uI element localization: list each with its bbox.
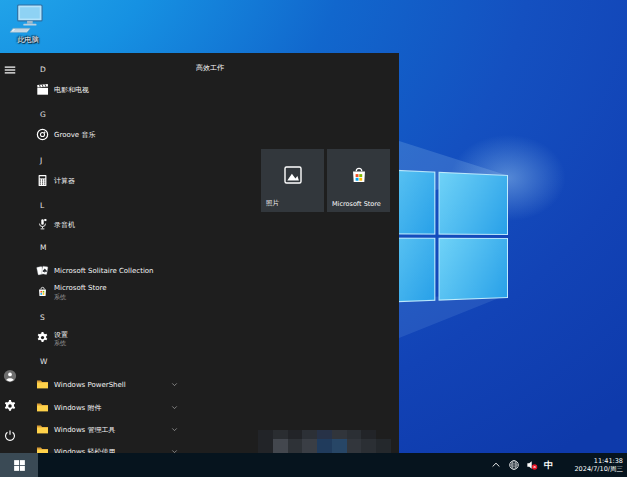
- app-sublabel: 系统: [54, 339, 66, 348]
- section-letter-label: D: [40, 63, 46, 77]
- redaction-block: [317, 430, 332, 453]
- folder-icon: [36, 445, 49, 453]
- start-tile[interactable]: Microsoft Store: [327, 149, 390, 212]
- app-list-app-item[interactable]: 录音机: [0, 214, 196, 236]
- app-list-section-letter[interactable]: S: [0, 311, 196, 325]
- app-list-section-letter[interactable]: J: [0, 154, 196, 168]
- tile-label: 照片: [266, 199, 279, 208]
- system-tray: 中 11:41:38 2024/7/10/周三: [490, 453, 627, 477]
- app-list-folder-item[interactable]: Windows 管理工具: [0, 419, 196, 441]
- app-list-app-item[interactable]: Microsoft Store系统: [0, 281, 196, 303]
- chevron-down-icon[interactable]: [170, 403, 179, 412]
- desktop-icon-label: 此电脑: [5, 35, 51, 45]
- app-label: Windows 轻松使用: [54, 441, 115, 453]
- app-label: Windows 管理工具: [54, 419, 115, 441]
- app-list-section-letter[interactable]: L: [0, 199, 196, 213]
- app-list-section-letter[interactable]: W: [0, 355, 196, 369]
- taskbar: 中 11:41:38 2024/7/10/周三: [0, 453, 627, 477]
- folder-icon: [36, 423, 49, 436]
- folder-icon: [36, 401, 49, 414]
- groove-music-icon: [36, 128, 49, 141]
- app-list-app-item[interactable]: Groove 音乐: [0, 124, 196, 146]
- redaction-block: [376, 430, 391, 453]
- start-button[interactable]: [0, 453, 38, 477]
- app-label: Microsoft Store: [54, 284, 107, 292]
- app-list-app-item[interactable]: 设置系统: [0, 327, 196, 349]
- app-list-folder-item[interactable]: Windows 附件: [0, 397, 196, 419]
- logo-pane: [439, 238, 508, 301]
- start-menu: D电影和电视GGroove 音乐J计算器L录音机MMicrosoft Solit…: [0, 53, 399, 453]
- app-label: 录音机: [54, 214, 75, 236]
- section-letter-label: M: [40, 241, 46, 255]
- app-label: 计算器: [54, 170, 75, 192]
- redaction-block: [347, 430, 362, 453]
- pixelated-watermark: [258, 430, 391, 453]
- clock-date: 2024/7/10/周三: [559, 465, 623, 473]
- section-letter-label: L: [40, 199, 44, 213]
- start-tile[interactable]: 照片: [261, 149, 324, 212]
- app-list-section-letter[interactable]: M: [0, 241, 196, 255]
- section-letter-label: J: [40, 154, 42, 168]
- redaction-block: [302, 430, 317, 453]
- voice-recorder-icon: [36, 218, 49, 231]
- solitaire-icon: [36, 264, 49, 277]
- app-label: Windows 附件: [54, 397, 101, 419]
- app-list-folder-item[interactable]: Windows PowerShell: [0, 374, 196, 396]
- app-list-folder-item[interactable]: Windows 轻松使用: [0, 441, 196, 453]
- app-list-app-item[interactable]: Microsoft Solitaire Collection: [0, 260, 196, 282]
- redaction-block: [361, 430, 376, 453]
- store-tile-icon: [348, 164, 370, 186]
- app-label: Groove 音乐: [54, 124, 95, 146]
- app-list-section-letter[interactable]: G: [0, 108, 196, 122]
- volume-muted-icon[interactable]: [526, 459, 538, 471]
- tile-label: Microsoft Store: [332, 200, 381, 208]
- network-globe-icon[interactable]: [508, 459, 520, 471]
- gear-icon: [36, 331, 49, 344]
- app-list-app-item[interactable]: 电影和电视: [0, 79, 196, 101]
- app-label: 电影和电视: [54, 79, 89, 101]
- app-list-app-item[interactable]: 计算器: [0, 170, 196, 192]
- section-letter-label: G: [40, 108, 46, 122]
- logo-pane: [439, 172, 508, 235]
- ime-indicator[interactable]: 中: [544, 453, 553, 477]
- redaction-block: [273, 430, 288, 453]
- calculator-icon: [36, 174, 49, 187]
- section-letter-label: W: [40, 355, 47, 369]
- section-letter-label: S: [40, 311, 45, 325]
- screen: 此电脑 D电影和电视GGroove 音乐J计算器L录音机MMicrosoft S…: [0, 0, 627, 477]
- redaction-block: [332, 430, 347, 453]
- folder-icon: [36, 378, 49, 391]
- app-label: Microsoft Solitaire Collection: [54, 260, 154, 282]
- computer-icon: [9, 4, 47, 34]
- app-label: Windows PowerShell: [54, 374, 126, 396]
- photos-icon: [282, 164, 304, 186]
- windows-icon: [13, 459, 26, 472]
- redaction-block: [288, 430, 303, 453]
- chevron-down-icon[interactable]: [170, 425, 179, 434]
- redaction-block: [258, 430, 273, 453]
- chevron-down-icon[interactable]: [170, 380, 179, 389]
- movies-tv-icon: [36, 83, 49, 96]
- desktop-icon-this-pc[interactable]: 此电脑: [5, 4, 51, 45]
- hidden-icons-button[interactable]: [490, 459, 502, 471]
- clock-time: 11:41:38: [559, 457, 623, 465]
- tile-group-heading[interactable]: 高效工作: [196, 63, 224, 73]
- store-icon: [36, 285, 49, 298]
- app-sublabel: 系统: [54, 293, 66, 302]
- app-list-section-letter[interactable]: D: [0, 63, 196, 77]
- taskbar-clock[interactable]: 11:41:38 2024/7/10/周三: [559, 457, 623, 473]
